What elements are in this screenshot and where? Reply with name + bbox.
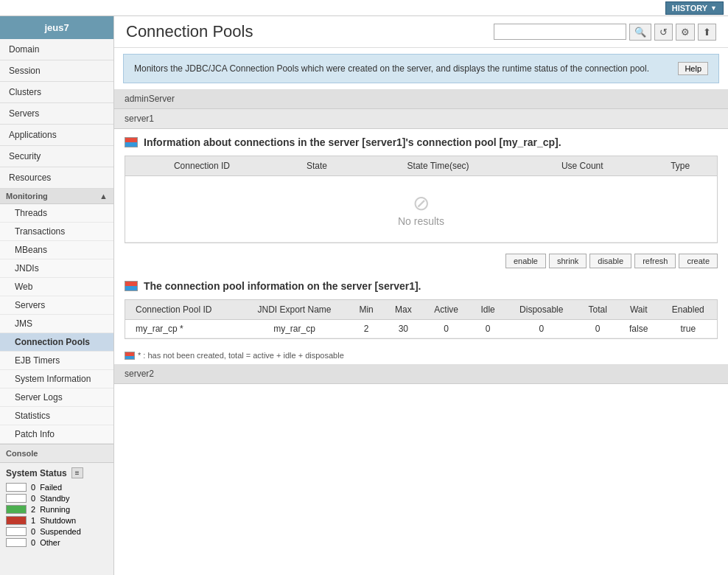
status-row-shutdown: 1 Shutdown [6, 516, 108, 525]
console-label: Console [6, 449, 38, 458]
export-icon-button[interactable]: ⬆ [698, 24, 716, 41]
action-buttons: enable shrink disable refresh create [114, 251, 728, 273]
page-header: Connection Pools 🔍 ↺ ⚙ ⬆ [114, 16, 728, 48]
cell-disposable: 0 [505, 320, 577, 338]
col-use-count: Use Count [521, 156, 643, 176]
sidebar-item-patch-info[interactable]: Patch Info [0, 425, 113, 444]
system-status-title: System Status ≡ [6, 467, 108, 478]
disable-button[interactable]: disable [589, 254, 631, 268]
sidebar-item-jndis[interactable]: JNDIs [0, 259, 113, 278]
status-row-failed: 0 Failed [6, 483, 108, 492]
search-button[interactable]: 🔍 [629, 24, 651, 41]
status-bar-suspended [6, 527, 27, 536]
system-status-section: System Status ≡ 0 Failed 0 Standby 2 Run… [0, 463, 113, 554]
sidebar-item-servers[interactable]: Servers [0, 103, 113, 125]
section1-flag-icon [125, 137, 138, 147]
col-disposable: Disposable [505, 300, 577, 320]
sidebar-item-clusters[interactable]: Clusters [0, 82, 113, 103]
sidebar-item-system-info[interactable]: System Information [0, 370, 113, 388]
col-pool-id: Connection Pool ID [125, 300, 240, 320]
sidebar-item-security[interactable]: Security [0, 146, 113, 167]
refresh-icon-button[interactable]: ↺ [654, 24, 673, 41]
sidebar-item-connection-pools[interactable]: Connection Pools [0, 333, 113, 352]
history-button[interactable]: HISTORY ▼ [665, 1, 724, 15]
cell-total: 0 [577, 320, 618, 338]
sidebar-item-servers-mon[interactable]: Servers [0, 296, 113, 315]
sidebar-item-server-logs[interactable]: Server Logs [0, 388, 113, 407]
sidebar-item-threads[interactable]: Threads [0, 204, 113, 223]
col-max: Max [384, 300, 422, 320]
help-button[interactable]: Help [678, 62, 708, 75]
sidebar-title: jeus7 [0, 16, 113, 39]
no-results-cell: ⊘ No results [125, 176, 717, 243]
status-bar-other [6, 538, 27, 547]
footnote-text: * : has not been created, total = active… [138, 351, 344, 360]
sidebar-item-statistics[interactable]: Statistics [0, 407, 113, 425]
status-bar-standby [6, 494, 27, 503]
footnote: * : has not been created, total = active… [114, 346, 728, 364]
cell-max: 30 [384, 320, 422, 338]
refresh-button[interactable]: refresh [634, 254, 676, 268]
monitoring-label: Monitoring [6, 192, 48, 201]
server1-row[interactable]: server1 [114, 109, 728, 129]
running-count: 2 [31, 505, 35, 514]
sidebar-item-transactions[interactable]: Transactions [0, 223, 113, 241]
console-section: Console [0, 444, 113, 463]
standby-label: Standby [40, 494, 69, 503]
status-bar-shutdown [6, 516, 27, 525]
no-results-icon: ⊘ [140, 191, 702, 215]
status-row-standby: 0 Standby [6, 494, 108, 503]
status-row-other: 0 Other [6, 538, 108, 547]
table-row: my_rar_cp * my_rar_cp 2 30 0 0 0 0 false… [125, 320, 717, 338]
section1-table-container: Connection ID State State Time(sec) Use … [125, 156, 718, 243]
settings-icon-button[interactable]: ⚙ [676, 24, 695, 41]
sidebar-item-ejb-timers[interactable]: EJB Timers [0, 352, 113, 370]
section2-flag-icon [125, 281, 138, 291]
col-type: Type [643, 156, 717, 176]
col-state: State [279, 156, 355, 176]
col-state-time: State Time(sec) [355, 156, 521, 176]
history-label: HISTORY [672, 4, 707, 13]
other-label: Other [40, 538, 60, 547]
sidebar-item-domain[interactable]: Domain [0, 39, 113, 60]
sidebar-item-applications[interactable]: Applications [0, 125, 113, 146]
col-connection-id: Connection ID [125, 156, 279, 176]
system-status-label: System Status [6, 468, 67, 478]
cell-idle: 0 [470, 320, 505, 338]
col-idle: Idle [470, 300, 505, 320]
page-title: Connection Pools [126, 22, 253, 41]
system-status-icon[interactable]: ≡ [71, 467, 83, 478]
monitoring-collapse-icon: ▲ [99, 192, 108, 201]
sidebar-item-session[interactable]: Session [0, 60, 113, 82]
info-banner: Monitors the JDBC/JCA Connection Pools w… [123, 54, 719, 83]
sidebar-monitoring-section[interactable]: Monitoring ▲ [0, 189, 113, 204]
sidebar-item-resources[interactable]: Resources [0, 167, 113, 189]
search-input[interactable] [494, 24, 626, 40]
main-container: jeus7 Domain Session Clusters Servers Ap… [0, 16, 728, 575]
col-total: Total [577, 300, 618, 320]
cell-active: 0 [422, 320, 470, 338]
server2-row[interactable]: server2 [114, 364, 728, 384]
section2-title: The connection pool information on the s… [144, 280, 421, 292]
status-bar-running [6, 505, 27, 514]
enable-button[interactable]: enable [505, 254, 546, 268]
admin-server-row[interactable]: adminServer [114, 89, 728, 109]
footnote-flag-icon [125, 352, 135, 360]
sidebar-item-jms[interactable]: JMS [0, 315, 113, 333]
section1-header: Information about connections in the ser… [114, 129, 728, 153]
cell-pool-id: my_rar_cp * [125, 320, 240, 338]
cell-enabled: true [659, 320, 717, 338]
running-label: Running [40, 505, 70, 514]
standby-count: 0 [31, 494, 35, 503]
no-results-text: No results [398, 215, 444, 227]
sidebar-item-web[interactable]: Web [0, 278, 113, 296]
history-arrow-icon: ▼ [710, 4, 717, 12]
sidebar: jeus7 Domain Session Clusters Servers Ap… [0, 16, 114, 575]
shutdown-label: Shutdown [40, 516, 76, 525]
failed-count: 0 [31, 483, 35, 492]
sidebar-item-mbeans[interactable]: MBeans [0, 241, 113, 259]
cell-wait: false [618, 320, 659, 338]
create-button[interactable]: create [679, 254, 718, 268]
other-count: 0 [31, 538, 35, 547]
shrink-button[interactable]: shrink [549, 254, 587, 268]
